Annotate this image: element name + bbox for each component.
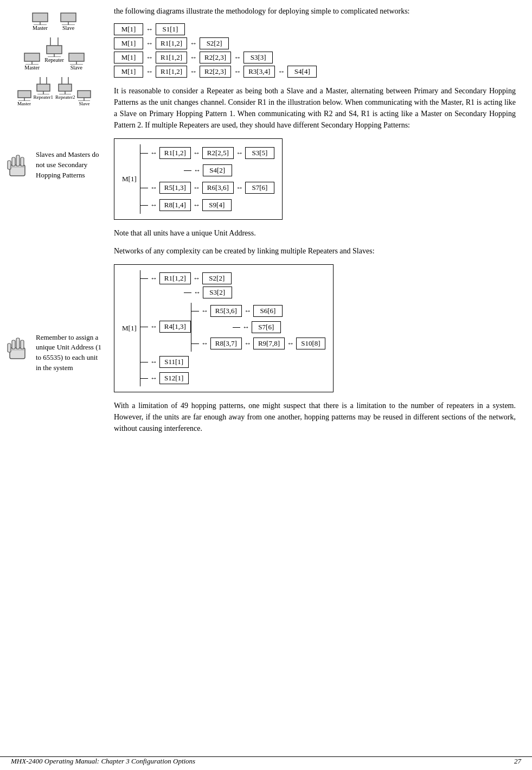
svg-rect-14 xyxy=(69,53,84,61)
mid-branch-2: ↔ S4[2] xyxy=(140,164,274,176)
node-r4-13: R4[1,3] xyxy=(159,321,191,333)
bottom-branch-r8: ↔ R8[3,7] ↔ R9[7,8] ↔ S10[8] xyxy=(191,338,325,349)
svg-rect-40 xyxy=(12,340,15,349)
mid-arr-1-2: ↔ xyxy=(193,149,200,157)
node-r1-12-r3: R1[1,2] xyxy=(156,52,187,63)
svg-rect-39 xyxy=(10,348,25,359)
mid-arr-3-3: ↔ xyxy=(236,183,243,192)
svg-rect-0 xyxy=(33,13,48,22)
arrow-2-2: ↔ xyxy=(190,39,197,48)
mid-m1-label: M[1] xyxy=(122,175,137,183)
svg-rect-37 xyxy=(8,161,11,169)
arrow-4-4: ↔ xyxy=(278,67,285,76)
svg-rect-43 xyxy=(8,343,11,352)
bottom-diagram-section: M[1] ↔ R1[1,2] xyxy=(114,264,516,392)
para4: With a limitation of 49 hopping patterns… xyxy=(114,400,516,434)
node-m1-r3: M[1] xyxy=(114,52,143,63)
repeater-device-1: Repeater xyxy=(44,36,64,63)
svg-rect-3 xyxy=(61,13,76,22)
master-device-3: Master xyxy=(17,89,31,106)
arrow-3-1: ↔ xyxy=(146,53,153,62)
simple-diagrams-section: M[1] ↔ S1[1] M[1] ↔ R1[1,2] ↔ S2[2] M[1]… xyxy=(114,23,516,78)
svg-rect-25 xyxy=(59,84,72,91)
mid-node-s9-4: S9[4] xyxy=(202,199,232,211)
footer-left: MHX-2400 Operating Manual: Chapter 3 Con… xyxy=(11,757,195,766)
mid-arr-4-1: ↔ xyxy=(150,201,157,209)
mid-branch-3: ↔ R5[1,3] ↔ R6[3,6] ↔ S7[6] xyxy=(140,182,274,194)
svg-rect-42 xyxy=(21,340,24,349)
para2: Note that all units have a unique Unit A… xyxy=(114,227,516,239)
mid-arr-3-2: ↔ xyxy=(193,183,200,192)
node-r5-36: R5[3,6] xyxy=(210,305,242,317)
repeater-device-2: Repeater1 xyxy=(34,76,53,100)
mid-diagram: M[1] ↔ R1[1,2] ↔ R2[2,5] ↔ xyxy=(114,138,283,220)
repeater-device-3: Repeater2 xyxy=(55,76,75,100)
bottom-diagram: M[1] ↔ R1[1,2] xyxy=(114,264,334,392)
mid-diagram-section: M[1] ↔ R1[1,2] ↔ R2[2,5] ↔ xyxy=(114,138,516,220)
arrow-1-1: ↔ xyxy=(146,25,153,34)
mid-arr-3-1: ↔ xyxy=(150,183,157,192)
node-r3-34: R3[3,4] xyxy=(243,66,275,78)
arrow-4-3: ↔ xyxy=(234,67,241,76)
simple-diagram-3: M[1] ↔ R1[1,2] ↔ R2[2,3] ↔ S3[3] xyxy=(114,52,516,63)
mid-branch-1: ↔ R1[1,2] ↔ R2[2,5] ↔ S3[5] xyxy=(140,147,274,159)
slave-device-2: Slave xyxy=(68,52,85,71)
node-s4-4: S4[4] xyxy=(287,66,317,78)
svg-rect-41 xyxy=(16,338,20,349)
sidebar: Master Slave xyxy=(0,0,108,770)
node-r8-37: R8[3,7] xyxy=(210,338,242,349)
svg-rect-34 xyxy=(12,157,15,166)
bottom-branch-s12: ↔ S12[1] xyxy=(140,372,325,384)
note-slaves-masters: Slaves and Masters do not use Secondary … xyxy=(5,150,103,181)
svg-rect-9 xyxy=(47,46,62,54)
arrow-4-1: ↔ xyxy=(146,67,153,76)
mid-node-r5-13: R5[1,3] xyxy=(159,182,191,194)
note-unit-address-text: Remember to assign a unique Unit Address… xyxy=(36,333,103,373)
arrow-3-2: ↔ xyxy=(190,53,197,62)
mid-node-r2-25: R2[2,5] xyxy=(202,147,234,159)
master-device-2: Master xyxy=(24,52,40,71)
intro-paragraph: the following diagrams illustrate the me… xyxy=(114,5,516,17)
svg-rect-6 xyxy=(24,53,40,61)
svg-rect-35 xyxy=(16,155,20,166)
node-r9-78: R9[7,8] xyxy=(253,338,285,349)
mid-node-r8-14: R8[1,4] xyxy=(159,199,191,211)
bottom-group-1: ↔ R1[1,2] ↔ S2[2] ↔ S3[2] xyxy=(140,272,325,298)
node-s7-6-bot: S7[6] xyxy=(252,321,281,333)
arrow-4-2: ↔ xyxy=(190,67,197,76)
mid-arr-2-1: ↔ xyxy=(194,166,201,175)
svg-rect-30 xyxy=(78,91,91,98)
mid-node-s7-6: S7[6] xyxy=(245,182,274,194)
node-r1-12-bot: R1[1,2] xyxy=(159,272,191,284)
node-s11-1: S11[1] xyxy=(159,356,189,368)
slave-device-3: Slave xyxy=(77,89,91,106)
bottom-branch-s7: ↔ S7[6] xyxy=(191,321,325,333)
slave-device-1: Slave xyxy=(60,11,77,31)
note-slaves-masters-text: Slaves and Masters do not use Secondary … xyxy=(36,150,103,181)
mid-node-s4-2: S4[2] xyxy=(203,164,232,176)
node-r2-23-r3: R2[2,3] xyxy=(200,52,231,63)
simple-diagram-1: M[1] ↔ S1[1] xyxy=(114,23,516,35)
para1: It is reasonable to consider a Repeater … xyxy=(114,85,516,131)
mid-arr-1-1: ↔ xyxy=(150,149,157,157)
arrow-2-1: ↔ xyxy=(146,39,153,48)
node-s3-3: S3[3] xyxy=(243,52,273,63)
node-m1-r2: M[1] xyxy=(114,37,143,49)
node-s10-8: S10[8] xyxy=(296,338,325,349)
para3: Networks of any complexity can be create… xyxy=(114,245,516,257)
note-unit-address: Remember to assign a unique Unit Address… xyxy=(5,333,103,373)
mid-arr-1-3: ↔ xyxy=(236,149,243,157)
mid-node-s3-5: S3[5] xyxy=(245,147,274,159)
master-device-1: Master xyxy=(31,11,49,31)
node-r1-12-r2: R1[1,2] xyxy=(156,37,187,49)
footer-right: 27 xyxy=(514,757,521,766)
node-s2-2: S2[2] xyxy=(200,37,229,49)
svg-rect-17 xyxy=(18,91,31,98)
bottom-m1-label: M[1] xyxy=(122,324,137,333)
simple-diagram-4: M[1] ↔ R1[1,2] ↔ R2[2,3] ↔ R3[3,4] ↔ S4[… xyxy=(114,66,516,78)
bottom-branch-s3: ↔ S3[2] xyxy=(140,287,232,298)
node-r2-23-r4: R2[2,3] xyxy=(200,66,231,78)
node-r1-12-r4: R1[1,2] xyxy=(156,66,187,78)
svg-rect-20 xyxy=(37,84,50,91)
svg-rect-36 xyxy=(21,157,24,166)
